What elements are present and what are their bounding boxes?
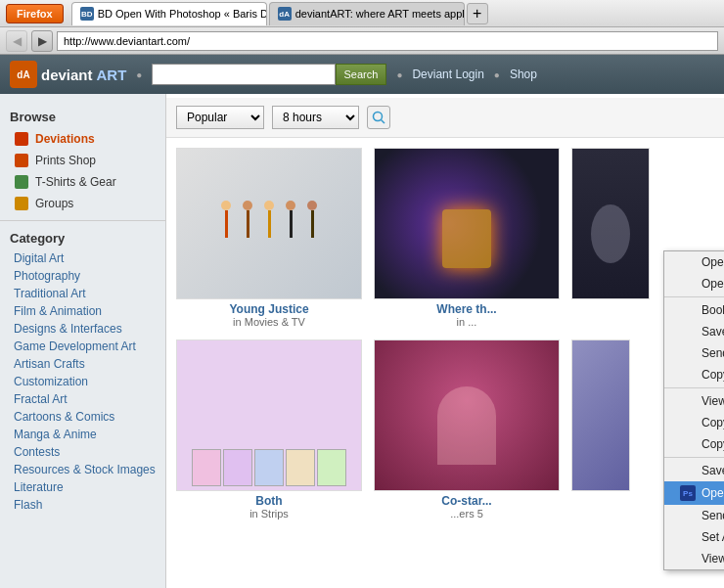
thumb-young-justice-sub: in Movies & TV [176, 316, 362, 328]
tab-2[interactable]: dA deviantART: where ART meets applic...… [269, 2, 465, 25]
ctx-view-image[interactable]: View Image [664, 390, 724, 412]
da-icon: dA [278, 7, 292, 21]
thumb-both-title: Both [176, 494, 362, 508]
tab-1[interactable]: BD BD Open With Photoshop « Baris Derin … [71, 2, 267, 25]
tshirts-icon [14, 174, 29, 190]
sidebar-item-groups[interactable]: Groups [0, 193, 165, 214]
site-header: dA deviantART ● Search ● Deviant Login ●… [0, 55, 166, 94]
search-icon [372, 111, 385, 124]
sidebar-deviations-label: Deviations [35, 132, 95, 146]
thumb-costar-title: Co-star... [374, 494, 560, 508]
sidebar-item-resources[interactable]: Resources & Stock Images [0, 461, 165, 478]
sidebar-item-traditional-art[interactable]: Traditional Art [0, 285, 165, 302]
thumb-both-sub: in Strips [176, 508, 362, 520]
thumb-young-justice[interactable]: Young Justice in Movies & TV [176, 148, 362, 328]
category-label: Category [0, 227, 165, 249]
sidebar-item-photography[interactable]: Photography [0, 267, 165, 285]
thumb-young-justice-title: Young Justice [176, 302, 362, 316]
tab-1-label: BD Open With Photoshop « Baris Derin [98, 8, 267, 20]
sidebar-item-manga[interactable]: Manga & Anime [0, 426, 165, 443]
thumb-both-img [176, 339, 362, 491]
ctx-bookmark-label: Bookmark This Link [701, 303, 724, 317]
sidebar: dA deviantART ● Search ● Deviant Login ●… [0, 55, 166, 588]
sidebar-item-customization[interactable]: Customization [0, 373, 165, 390]
thumb-rest-img [571, 339, 630, 491]
sidebar-item-tshirts[interactable]: T-Shirts & Gear [0, 171, 165, 193]
context-menu: Open Link in New Tab Open Link in New Wi… [663, 250, 724, 570]
sidebar-item-flash[interactable]: Flash [0, 496, 165, 514]
thumbs-grid: Young Justice in Movies & TV Where th...… [166, 138, 724, 529]
sidebar-item-film-animation[interactable]: Film & Animation [0, 302, 165, 320]
sidebar-divider [0, 220, 165, 221]
site-logo: dA deviantART [10, 61, 126, 88]
thumb-where-title: Where th... [374, 302, 560, 316]
firefox-button[interactable]: Firefox [6, 4, 64, 23]
sidebar-item-digital-art[interactable]: Digital Art [0, 249, 165, 267]
tab-2-label: deviantART: where ART meets applic... [295, 8, 465, 20]
content-toolbar: Popular 8 hours [166, 98, 724, 138]
ctx-open-new-tab[interactable]: Open Link in New Tab [664, 251, 724, 273]
deviations-icon [14, 131, 29, 147]
sidebar-item-artisan[interactable]: Artisan Crafts [0, 355, 165, 373]
thumb-right[interactable] [571, 148, 650, 328]
prints-icon [14, 153, 29, 168]
ctx-save-link[interactable]: Save Link As... [664, 321, 724, 342]
thumb-costar[interactable]: Co-star... ...ers 5 [374, 339, 560, 520]
sidebar-item-prints[interactable]: Prints Shop [0, 150, 165, 171]
ctx-bookmark[interactable]: Bookmark This Link [664, 299, 724, 321]
ctx-open-new-window[interactable]: Open Link in New Window [664, 273, 724, 294]
ctx-send-link[interactable]: Send Link... [664, 342, 724, 364]
ctx-sep-1 [664, 296, 724, 297]
sidebar-item-contests[interactable]: Contests [0, 443, 165, 461]
ctx-open-new-tab-label: Open Link in New Tab [701, 255, 724, 269]
main-content: Popular 8 hours [166, 55, 724, 588]
sidebar-item-deviations[interactable]: Deviations [0, 128, 165, 150]
ctx-save-image[interactable]: Save Image As... [664, 460, 724, 481]
ctx-copy-image[interactable]: Copy Image [664, 412, 724, 433]
ctx-open-photoshop-label: Open With Photoshop [701, 486, 724, 500]
ctx-set-desktop-label: Set As Desktop Background... [701, 530, 724, 544]
url-bar[interactable] [57, 31, 718, 51]
ctx-copy-image-label: Copy Image [701, 416, 724, 430]
logo-art: ART [97, 67, 127, 83]
ctx-view-image-info[interactable]: View Image Info [664, 548, 724, 569]
ctx-copy-image-location-label: Copy Image Location [701, 437, 724, 451]
sidebar-tshirts-label: T-Shirts & Gear [35, 175, 116, 189]
forward-button[interactable]: ▶ [31, 30, 53, 52]
ctx-photoshop-icon: Ps [680, 485, 696, 501]
sidebar-item-game-dev[interactable]: Game Development Art [0, 338, 165, 355]
thumb-young-justice-img [176, 148, 362, 299]
thumb-both[interactable]: Both in Strips [176, 339, 362, 520]
ctx-copy-link-label: Copy Link Location [701, 368, 724, 382]
logo-icon: dA [10, 61, 37, 88]
popular-select[interactable]: Popular [176, 106, 264, 129]
new-tab-button[interactable]: + [467, 3, 488, 24]
ctx-sep-2 [664, 387, 724, 388]
ctx-set-desktop[interactable]: Set As Desktop Background... [664, 526, 724, 548]
ctx-copy-link[interactable]: Copy Link Location [664, 364, 724, 385]
gallery-search-button[interactable] [367, 106, 390, 129]
thumb-rest[interactable] [571, 339, 630, 520]
ctx-open-new-window-label: Open Link in New Window [701, 277, 724, 291]
ctx-send-image[interactable]: Send Image... [664, 505, 724, 526]
sidebar-item-literature[interactable]: Literature [0, 478, 165, 496]
sidebar-item-fractal[interactable]: Fractal Art [0, 390, 165, 408]
ctx-open-photoshop[interactable]: Ps Open With Photoshop [664, 481, 724, 505]
page-wrapper: dA deviantART ● Search ● Deviant Login ●… [0, 55, 724, 588]
ctx-view-image-info-label: View Image Info [701, 552, 724, 565]
sidebar-item-designs[interactable]: Designs & Interfaces [0, 320, 165, 338]
sidebar-prints-label: Prints Shop [35, 154, 96, 167]
thumb-where-sub: in ... [374, 316, 560, 328]
search-input[interactable] [152, 64, 166, 85]
thumb-where[interactable]: Where th... in ... [374, 148, 560, 328]
ctx-view-image-label: View Image [701, 394, 724, 408]
bd-icon: BD [80, 7, 94, 21]
back-button[interactable]: ◀ [6, 30, 27, 52]
thumb-right-img [571, 148, 650, 299]
groups-icon [14, 196, 29, 211]
ctx-copy-image-location[interactable]: Copy Image Location [664, 433, 724, 455]
sidebar-item-cartoons[interactable]: Cartoons & Comics [0, 408, 165, 426]
svg-line-1 [382, 120, 385, 124]
sidebar-content: Browse Deviations Prints Shop T-Shirts &… [0, 106, 165, 514]
hours-select[interactable]: 8 hours [272, 106, 359, 129]
